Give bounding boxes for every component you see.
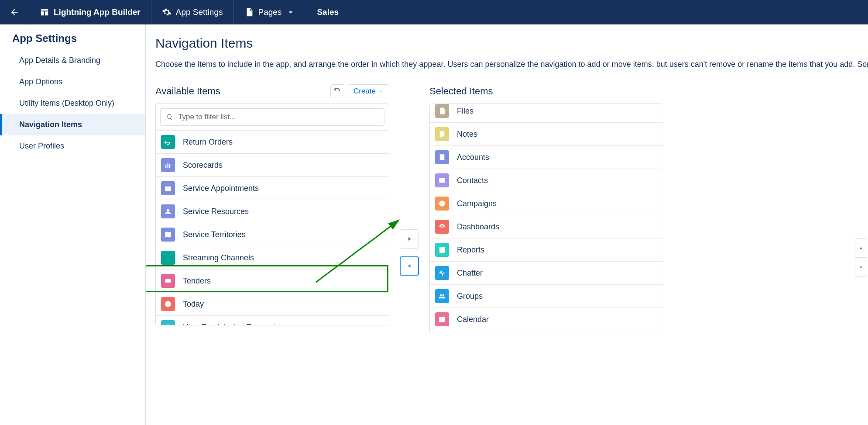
- building-icon: [435, 150, 449, 164]
- available-item[interactable]: Streaming Channels: [156, 246, 389, 269]
- reorder-buttons: [855, 238, 868, 277]
- svg-rect-3: [165, 165, 166, 168]
- nav-label: Pages: [258, 7, 282, 17]
- svg-rect-7: [165, 186, 171, 187]
- item-label: Return Orders: [183, 138, 233, 147]
- available-item[interactable]: User Provisioning Requests: [156, 315, 389, 325]
- context-label: Sales: [317, 7, 339, 17]
- calendar2-icon: [435, 312, 449, 326]
- svg-point-26: [442, 227, 443, 228]
- svg-rect-5: [169, 164, 170, 168]
- available-item[interactable]: Service Appointments: [156, 176, 389, 200]
- selected-item[interactable]: Contacts: [430, 169, 663, 192]
- svg-rect-15: [441, 155, 442, 156]
- dueling-picklist: Available Items Create: [155, 83, 868, 334]
- available-item[interactable]: Today: [156, 292, 389, 315]
- note-icon: [435, 127, 449, 141]
- selected-item[interactable]: Campaigns: [430, 192, 663, 215]
- sidebar-item-utility-items-desktop-only-[interactable]: Utility Items (Desktop Only): [0, 93, 145, 114]
- available-item[interactable]: Tenders: [156, 269, 389, 292]
- svg-rect-18: [443, 157, 444, 158]
- selected-item[interactable]: Reports: [430, 238, 663, 261]
- back-button[interactable]: [0, 0, 29, 24]
- sidebar-item-user-profiles[interactable]: User Profiles: [0, 135, 145, 157]
- selected-item[interactable]: Notes: [430, 122, 663, 145]
- sidebar: App Settings App Details & BrandingApp O…: [0, 24, 146, 425]
- move-right-button[interactable]: [400, 229, 419, 249]
- create-button[interactable]: Create: [348, 84, 389, 98]
- app-name: Lightning App Builder: [54, 7, 141, 17]
- selected-title: Selected Items: [429, 86, 493, 97]
- item-label: Campaigns: [457, 199, 497, 208]
- page-icon: [244, 7, 254, 17]
- selected-items-column: Selected Items ▲ FilesNotesAccountsConta…: [429, 83, 663, 334]
- user-icon: [161, 320, 175, 325]
- selected-item[interactable]: People: [430, 331, 663, 334]
- app-identity: Lightning App Builder: [29, 0, 151, 24]
- available-listbox: ▲ Return OrdersScorecardsService Appoint…: [155, 104, 389, 325]
- page-description: Choose the items to include in the app, …: [155, 59, 868, 70]
- svg-rect-2: [45, 11, 48, 15]
- selected-item[interactable]: Calendar: [430, 308, 663, 331]
- item-label: Tenders: [183, 276, 211, 286]
- item-label: Scorecards: [183, 161, 223, 170]
- svg-point-12: [167, 325, 169, 325]
- sidebar-item-navigation-items[interactable]: Navigation Items: [0, 114, 145, 135]
- triangle-right-icon: [406, 236, 412, 242]
- return-icon: [161, 135, 175, 149]
- available-item[interactable]: Scorecards: [156, 153, 389, 176]
- selected-item[interactable]: Accounts: [430, 145, 663, 169]
- svg-point-31: [440, 294, 442, 297]
- svg-rect-21: [443, 180, 445, 180]
- available-item[interactable]: Service Resources: [156, 200, 389, 223]
- gear-icon: [162, 7, 172, 17]
- svg-rect-14: [440, 154, 445, 160]
- sidebar-item-app-options[interactable]: App Options: [0, 71, 145, 93]
- selected-item[interactable]: Dashboards: [430, 215, 663, 238]
- search-icon: [166, 114, 173, 121]
- selected-item[interactable]: Groups: [430, 284, 663, 308]
- available-list[interactable]: Return OrdersScorecardsService Appointme…: [156, 130, 389, 325]
- top-navigation-bar: Lightning App Builder App Settings Pages…: [0, 0, 868, 24]
- clock-icon: [161, 297, 175, 311]
- nav-context: Sales: [306, 0, 349, 24]
- move-down-button[interactable]: [855, 258, 867, 277]
- triangle-left-icon: [406, 263, 412, 269]
- svg-rect-0: [41, 9, 48, 11]
- available-item[interactable]: Service Territories: [156, 223, 389, 246]
- pulse-icon: [435, 266, 449, 280]
- create-label: Create: [353, 87, 376, 96]
- triangle-up-icon: [859, 246, 863, 250]
- file-icon: [435, 104, 449, 118]
- available-title: Available Items: [155, 86, 220, 97]
- svg-rect-30: [443, 248, 444, 252]
- svg-rect-1: [41, 11, 44, 15]
- available-item[interactable]: Return Orders: [156, 130, 389, 153]
- contact-icon: [435, 173, 449, 187]
- item-label: Files: [457, 107, 473, 116]
- nav-label: App Settings: [176, 7, 223, 17]
- transfer-buttons: [400, 83, 419, 334]
- move-up-button[interactable]: [855, 238, 867, 258]
- main-content: Navigation Items Choose the items to inc…: [146, 24, 868, 425]
- campaign-icon: [435, 197, 449, 211]
- item-label: Groups: [457, 292, 483, 301]
- svg-rect-16: [443, 155, 444, 156]
- svg-point-25: [442, 203, 443, 204]
- sidebar-item-app-details-branding[interactable]: App Details & Branding: [0, 50, 145, 71]
- item-label: Service Resources: [183, 207, 249, 216]
- refresh-button[interactable]: [330, 84, 344, 98]
- move-left-button[interactable]: [400, 256, 419, 276]
- selected-item[interactable]: Files: [430, 104, 663, 122]
- nav-app-settings[interactable]: App Settings: [151, 0, 234, 24]
- item-label: Notes: [457, 130, 477, 139]
- selected-list[interactable]: FilesNotesAccountsContactsCampaignsDashb…: [430, 104, 663, 334]
- page-title: Navigation Items: [155, 36, 868, 51]
- svg-rect-34: [440, 319, 442, 320]
- filter-input[interactable]: [160, 108, 384, 126]
- blank-icon: [161, 251, 175, 265]
- item-label: Service Territories: [183, 230, 246, 239]
- nav-pages-dropdown[interactable]: Pages: [234, 0, 307, 24]
- selected-item[interactable]: Chatter: [430, 261, 663, 284]
- gauge-icon: [435, 220, 449, 234]
